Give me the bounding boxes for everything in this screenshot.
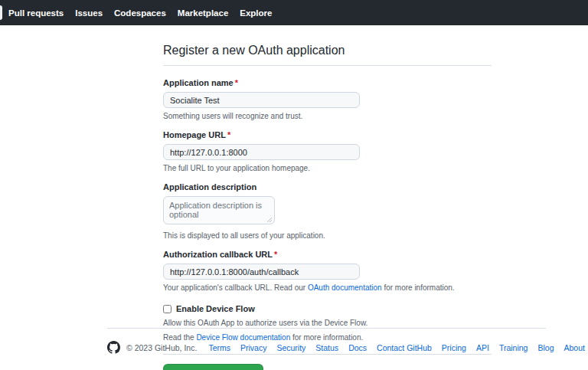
device-flow-row: Enable Device Flow bbox=[163, 304, 492, 313]
copyright-text: © 2023 GitHub, Inc. bbox=[126, 343, 197, 352]
device-flow-note-1: Allow this OAuth App to authorize users … bbox=[163, 319, 492, 328]
github-logo-icon[interactable] bbox=[107, 341, 120, 354]
description-note: This is displayed to all users of your a… bbox=[163, 231, 492, 241]
callback-url-note: Your application's callback URL. Read ou… bbox=[163, 283, 492, 293]
callback-note-suffix: for more information. bbox=[382, 283, 455, 292]
footer-link-training[interactable]: Training bbox=[499, 343, 528, 352]
homepage-url-note: The full URL to your application homepag… bbox=[163, 164, 492, 173]
app-name-note: Something users will recognize and trust… bbox=[163, 112, 492, 121]
callback-url-group: Authorization callback URL* Your applica… bbox=[163, 250, 492, 293]
footer-link-blog[interactable]: Blog bbox=[537, 343, 554, 352]
app-name-label-text: Application name bbox=[163, 78, 234, 87]
description-label: Application description bbox=[163, 182, 492, 192]
app-name-input[interactable] bbox=[163, 92, 360, 108]
footer-link-terms[interactable]: Terms bbox=[208, 343, 230, 352]
form-divider bbox=[163, 354, 492, 355]
callback-url-label: Authorization callback URL* bbox=[163, 250, 492, 260]
callback-url-label-text: Authorization callback URL bbox=[163, 250, 273, 259]
nav-item-codespaces[interactable]: Codespaces bbox=[114, 8, 166, 18]
footer-link-privacy[interactable]: Privacy bbox=[240, 343, 266, 352]
callback-url-input[interactable] bbox=[163, 264, 360, 280]
footer-link-about[interactable]: About bbox=[564, 343, 584, 352]
footer-link-api[interactable]: API bbox=[476, 343, 489, 352]
homepage-url-group: Homepage URL* The full URL to your appli… bbox=[163, 130, 492, 173]
footer-link-contact-github[interactable]: Contact GitHub bbox=[377, 343, 432, 352]
nav-item-pull-requests[interactable]: Pull requests bbox=[8, 8, 64, 18]
register-application-button[interactable]: Register application bbox=[163, 364, 263, 370]
homepage-url-label: Homepage URL* bbox=[163, 130, 492, 140]
homepage-url-label-text: Homepage URL bbox=[163, 130, 226, 139]
footer-links: Terms Privacy Security Status Docs Conta… bbox=[208, 343, 585, 352]
nav-item-explore[interactable]: Explore bbox=[240, 8, 272, 18]
app-name-label: Application name* bbox=[163, 78, 492, 88]
nav-item-issues[interactable]: Issues bbox=[75, 8, 103, 18]
oauth-register-form: Application name* Something users will r… bbox=[163, 78, 492, 370]
footer-link-security[interactable]: Security bbox=[276, 343, 305, 352]
device-flow-checkbox[interactable] bbox=[163, 305, 172, 313]
homepage-url-input[interactable] bbox=[163, 144, 360, 160]
form-actions: Register application Cancel bbox=[163, 364, 492, 370]
oauth-documentation-link[interactable]: OAuth documentation bbox=[308, 283, 382, 292]
search-box-edge[interactable] bbox=[0, 5, 2, 20]
app-name-group: Application name* Something users will r… bbox=[163, 78, 492, 121]
description-textarea[interactable] bbox=[163, 196, 275, 224]
required-asterisk: * bbox=[227, 130, 230, 139]
footer: © 2023 GitHub, Inc. Terms Privacy Securi… bbox=[107, 328, 546, 354]
callback-note-prefix: Your application's callback URL. Read ou… bbox=[163, 283, 308, 292]
device-flow-label[interactable]: Enable Device Flow bbox=[176, 304, 255, 313]
footer-link-pricing[interactable]: Pricing bbox=[442, 343, 466, 352]
footer-link-status[interactable]: Status bbox=[315, 343, 338, 352]
footer-link-docs[interactable]: Docs bbox=[348, 343, 367, 352]
nav-item-marketplace[interactable]: Marketplace bbox=[178, 8, 228, 18]
description-group: Application description This is displaye… bbox=[163, 182, 492, 241]
page-title: Register a new OAuth application bbox=[163, 44, 492, 66]
top-nav: Pull requests Issues Codespaces Marketpl… bbox=[0, 0, 588, 25]
main-content: Register a new OAuth application Applica… bbox=[163, 44, 492, 370]
required-asterisk: * bbox=[235, 78, 238, 87]
required-asterisk: * bbox=[274, 250, 277, 259]
